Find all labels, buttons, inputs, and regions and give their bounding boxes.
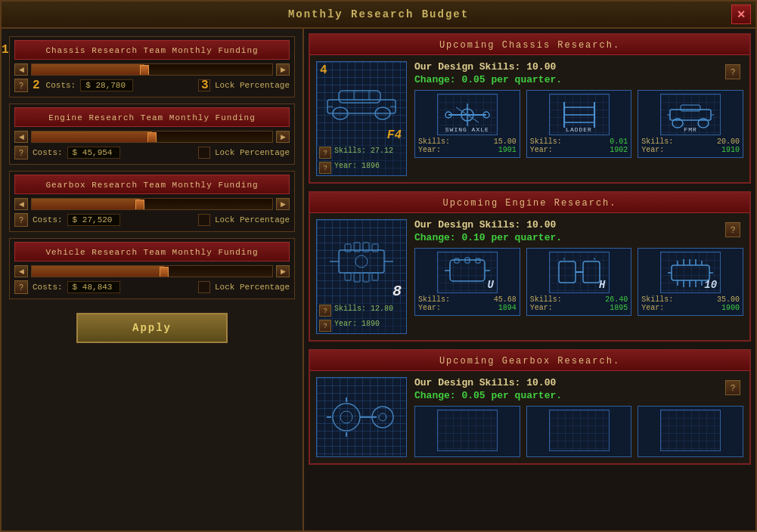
gearbox-funding: Gearbox Research Team Monthly Funding ◀ … (9, 171, 295, 232)
gearbox-info-help[interactable]: ? (725, 380, 740, 395)
engine-upcoming-img-2: 10 (660, 252, 721, 293)
vehicle-lock-label: Lock Percentage (215, 283, 290, 292)
engine-info-help[interactable]: ? (725, 222, 740, 237)
engine-upcoming-2: 10 Skills: 35.00 Year: 1900 (638, 248, 743, 316)
vehicle-cost-row: ? Costs: $ 48,843 Lock Percentage (14, 280, 290, 294)
engine-slider-left[interactable]: ◀ (14, 131, 28, 143)
chassis-upcoming-year-val-0: 1901 (498, 146, 517, 154)
gearbox-upcoming-placeholder-0 (414, 406, 520, 457)
vehicle-cost-label: Costs: (33, 283, 63, 292)
chassis-upcoming-year-label-0: Year: (418, 146, 441, 154)
engine-slider-thumb[interactable] (147, 132, 157, 143)
engine-u-icon (441, 254, 494, 292)
chassis-upcoming-year-row-1: Year: 1902 (530, 146, 628, 154)
chassis-year-stat: Year: 1896 (334, 162, 380, 174)
svg-point-68 (379, 413, 386, 421)
engine-upcoming-stats-1: Skills: 26.40 Year: 1895 (529, 295, 630, 312)
gearbox-lock-checkbox[interactable] (198, 214, 210, 226)
engine-change-label: Change: 0.10 per quarter. (414, 232, 743, 243)
chassis-upcoming-img-2: FMR (660, 94, 721, 135)
gearbox-current-item (316, 377, 407, 457)
window-title: Monthly Research Budget (288, 8, 469, 20)
chassis-year-help[interactable]: ? (319, 162, 331, 174)
engine-funding: Engine Research Team Monthly Funding ◀ ▶… (9, 104, 295, 165)
chassis-badge: F4 (387, 128, 402, 142)
svg-rect-44 (583, 261, 600, 283)
gearbox-slider-right[interactable]: ▶ (276, 198, 290, 210)
svg-rect-48 (672, 265, 709, 280)
engine-slider-track[interactable] (31, 131, 273, 143)
engine-year-help[interactable]: ? (319, 320, 331, 332)
gearbox-icon (324, 394, 399, 440)
chassis-skills-help[interactable]: ? (319, 147, 331, 159)
gearbox-cost-value: $ 27,520 (67, 214, 120, 226)
vehicle-slider-fill (32, 266, 164, 277)
gearbox-research-card: Upcoming Gearbox Research. (309, 349, 751, 465)
chassis-year-row: ? Year: 1896 (317, 160, 406, 175)
engine-help-button[interactable]: ? (14, 146, 28, 159)
chassis-upcoming-skills-row-0: Skills: 15.00 (418, 138, 517, 146)
chassis-skills-row: ? Skills: 27.12 (317, 145, 406, 160)
title-bar: Monthly Research Budget ✕ (2, 2, 755, 29)
chassis-slider-left[interactable]: ◀ (14, 63, 28, 76)
engine-slider-row: ◀ ▶ (14, 131, 290, 143)
engine-upcoming-0: U Skills: 45.68 Year: 1894 (414, 248, 520, 316)
engine-skills-help[interactable]: ? (319, 305, 331, 317)
engine-icon (324, 235, 399, 288)
chassis-upcoming-skills-val-1: 0.01 (610, 138, 628, 146)
engine-slider-right[interactable]: ▶ (276, 131, 290, 143)
chassis-upcoming-skills-label-2: Skills: (641, 138, 673, 146)
engine-card-body: 8 ? Skills: 12.80 ? Year: 1890 (310, 213, 749, 340)
svg-rect-31 (354, 273, 360, 282)
gearbox-research-info: ? Our Design Skills: 10.00 Change: 0.05 … (414, 377, 743, 457)
close-button[interactable]: ✕ (731, 5, 751, 24)
chassis-upcoming-skills-row-2: Skills: 20.00 (641, 138, 740, 146)
gearbox-design-skills: Our Design Skills: 10.00 Change: 0.05 pe… (414, 377, 743, 401)
svg-rect-30 (345, 273, 351, 280)
gearbox-slider-left[interactable]: ◀ (14, 198, 28, 210)
chassis-slider-right[interactable]: ▶ (276, 63, 290, 76)
engine-skills-container: ? Our Design Skills: 10.00 Change: 0.10 … (414, 219, 743, 243)
engine-upcoming-row: U Skills: 45.68 Year: 1894 (414, 248, 743, 316)
gearbox-slider-track[interactable] (31, 198, 273, 210)
gearbox-upcoming-img-p2 (660, 410, 721, 451)
gearbox-slider-thumb[interactable] (135, 200, 144, 210)
chassis-cost-label: Costs: (46, 81, 76, 90)
gearbox-slider-row: ◀ ▶ (14, 198, 290, 210)
gearbox-upcoming-placeholder-2 (638, 406, 743, 457)
svg-rect-22 (681, 105, 700, 111)
vehicle-lock-checkbox[interactable] (198, 281, 210, 293)
svg-rect-38 (455, 258, 459, 263)
chassis-upcoming-skills-val-0: 15.00 (494, 138, 517, 146)
engine-year-row: ? Year: 1890 (317, 318, 406, 333)
vehicle-cost-value: $ 48,843 (67, 281, 120, 293)
engine-title-bar: Engine Research Team Monthly Funding (14, 107, 290, 127)
engine-upcoming-1: H Skills: 26.40 Year: 1895 (526, 248, 632, 316)
chassis-research-info: ? Our Design Skills: 10.00 Change: 0.05 … (414, 61, 743, 176)
chassis-card-header: Upcoming Chassis Research. (310, 35, 749, 55)
vehicle-slider-right[interactable]: ▶ (276, 265, 290, 277)
svg-rect-33 (372, 273, 378, 280)
engine-slider-fill (32, 131, 152, 142)
gearbox-design-skills-label: Our Design Skills: 10.00 (414, 377, 743, 388)
chassis-slider-fill (32, 64, 144, 75)
apply-button[interactable]: Apply (76, 313, 228, 343)
chassis-slider-thumb[interactable] (140, 65, 149, 76)
chassis-upcoming-stats-1: Skills: 0.01 Year: 1902 (529, 138, 630, 154)
left-panel: 1 Chassis Research Team Monthly Funding … (2, 29, 304, 530)
chassis-help-button[interactable]: ? (14, 79, 28, 92)
engine-funding-section: Engine Research Team Monthly Funding ◀ ▶… (9, 104, 295, 165)
vehicle-help-button[interactable]: ? (14, 280, 28, 294)
engine-research-card: Upcoming Engine Research. (309, 191, 751, 342)
vehicle-slider-track[interactable] (31, 265, 273, 277)
chassis-card-body: F4 4 ? Skills: 27.12 ? Year: 1896 (310, 55, 749, 182)
gearbox-help-button[interactable]: ? (14, 213, 28, 227)
chassis-upcoming-year-label-1: Year: (530, 146, 553, 154)
chassis-slider-track[interactable] (31, 63, 273, 76)
vehicle-slider-left[interactable]: ◀ (14, 265, 28, 277)
chassis-design-skills-label: Our Design Skills: 10.00 (414, 61, 743, 73)
vehicle-slider-thumb[interactable] (160, 267, 169, 277)
chassis-info-help[interactable]: ? (725, 64, 740, 79)
engine-lock-checkbox[interactable] (198, 147, 210, 159)
chassis-upcoming-row: SWING AXLE Skills: 15.00 Year: (414, 90, 743, 158)
